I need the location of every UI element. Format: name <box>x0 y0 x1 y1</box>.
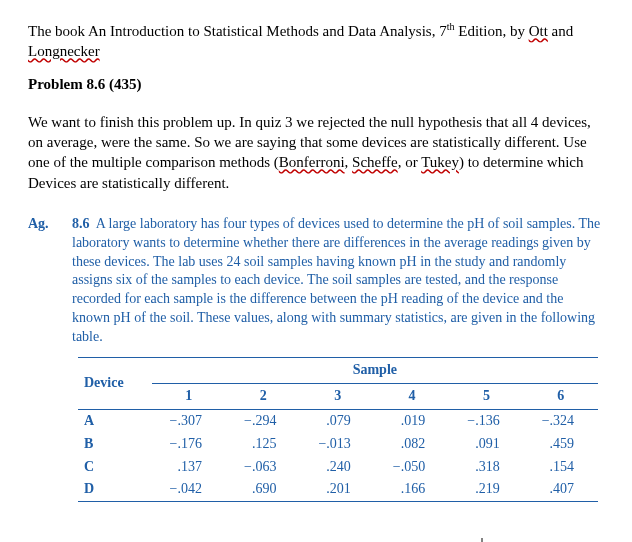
value-cell: .201 <box>300 478 374 501</box>
text-cursor: | <box>28 532 604 542</box>
value-cell: −.294 <box>226 409 300 432</box>
value-cell: .091 <box>449 433 523 456</box>
value-cell: .019 <box>375 409 449 432</box>
value-cell: .154 <box>524 456 598 479</box>
col-header-2: 2 <box>226 383 300 409</box>
value-cell: −.136 <box>449 409 523 432</box>
value-cell: .079 <box>300 409 374 432</box>
author-ott: Ott <box>529 23 548 39</box>
value-cell: .407 <box>524 478 598 501</box>
table-row: A −.307 −.294 .079 .019 −.136 −.324 <box>78 409 598 432</box>
book-ref-prefix: The book An Introduction to Statistical … <box>28 23 447 39</box>
exercise-block: Ag. 8.6 A large laboratory has four type… <box>28 215 604 503</box>
value-cell: .690 <box>226 478 300 501</box>
sample-header: Sample <box>152 357 598 383</box>
device-cell: C <box>78 456 152 479</box>
table-row: B −.176 .125 −.013 .082 .091 .459 <box>78 433 598 456</box>
method-scheffe: Scheffe <box>352 154 398 170</box>
value-cell: .166 <box>375 478 449 501</box>
table-row: C .137 −.063 .240 −.050 .318 .154 <box>78 456 598 479</box>
device-cell: A <box>78 409 152 432</box>
value-cell: −.050 <box>375 456 449 479</box>
exercise-text: A large laboratory has four types of dev… <box>72 216 600 344</box>
book-reference: The book An Introduction to Statistical … <box>28 20 604 62</box>
comma-1: , <box>345 154 353 170</box>
col-header-5: 5 <box>449 383 523 409</box>
exercise-number: 8.6 <box>72 216 90 231</box>
author-longnecker: Longnecker <box>28 43 100 59</box>
value-cell: .459 <box>524 433 598 456</box>
value-cell: .240 <box>300 456 374 479</box>
value-cell: .137 <box>152 456 226 479</box>
col-header-6: 6 <box>524 383 598 409</box>
exercise-body: 8.6 A large laboratory has four types of… <box>72 215 604 503</box>
value-cell: −.013 <box>300 433 374 456</box>
method-tukey: Tukey <box>421 154 459 170</box>
value-cell: −.042 <box>152 478 226 501</box>
value-cell: .318 <box>449 456 523 479</box>
col-header-4: 4 <box>375 383 449 409</box>
value-cell: .219 <box>449 478 523 501</box>
book-ref-middle: Edition, by <box>454 23 528 39</box>
value-cell: −.324 <box>524 409 598 432</box>
device-cell: D <box>78 478 152 501</box>
comma-2: , or <box>398 154 421 170</box>
instruction-paragraph: We want to finish this problem up. In qu… <box>28 112 604 193</box>
and-text: and <box>548 23 573 39</box>
value-cell: .125 <box>226 433 300 456</box>
col-header-3: 3 <box>300 383 374 409</box>
value-cell: −.063 <box>226 456 300 479</box>
data-table: Device Sample 1 2 3 4 5 6 A −. <box>72 357 604 502</box>
ag-label: Ag. <box>28 215 54 234</box>
col-header-1: 1 <box>152 383 226 409</box>
value-cell: .082 <box>375 433 449 456</box>
device-header: Device <box>78 357 152 409</box>
value-cell: −.307 <box>152 409 226 432</box>
table-row: D −.042 .690 .201 .166 .219 .407 <box>78 478 598 501</box>
device-cell: B <box>78 433 152 456</box>
problem-title: Problem 8.6 (435) <box>28 74 604 94</box>
value-cell: −.176 <box>152 433 226 456</box>
method-bonferroni: Bonferroni <box>279 154 345 170</box>
